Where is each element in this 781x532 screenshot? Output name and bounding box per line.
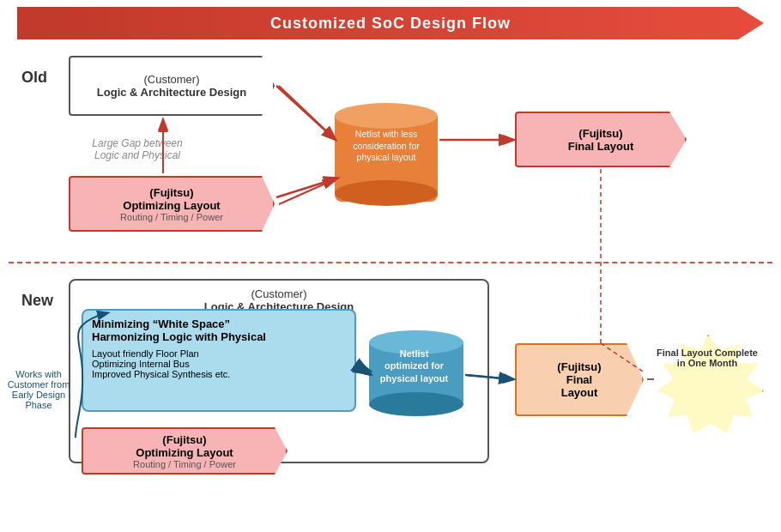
cylinder-new-t1: Netlist <box>369 348 459 360</box>
final-new-line3: Layout <box>561 386 598 399</box>
cylinder-new-text: Netlist optimized for physical layout <box>365 330 463 402</box>
customer-old-line1: (Customer) <box>143 73 199 86</box>
inner-blue-t1: Minimizing “White Space” <box>92 317 346 330</box>
works-line2: Customer from <box>4 379 73 390</box>
fujitsu-new-line2: Optimizing Layout <box>136 446 233 459</box>
gap-text: Large Gap between Logic and Physical <box>77 137 197 161</box>
inner-blue-bullets: Layout friendly Floor Plan Optimizing In… <box>92 348 346 379</box>
starburst-text: Final Layout Complete in One Month <box>651 339 764 377</box>
section-divider <box>9 262 772 263</box>
inner-blue-b3: Improved Physical Synthesis etc. <box>92 369 346 379</box>
customer-new-line1: (Customer) <box>70 287 487 300</box>
fujitsu-new-line1: (Fujitsu) <box>162 433 206 446</box>
gap-line2: Logic and Physical <box>77 149 197 161</box>
cylinder-old-t1: Netlist with less <box>337 129 435 141</box>
final-layout-old: (Fujitsu) Final Layout <box>515 112 687 167</box>
section-new-label: New <box>21 292 53 310</box>
svg-line-0 <box>279 86 333 137</box>
works-text: Works with Customer from Early Design Ph… <box>4 369 73 410</box>
works-line3: Early Design Phase <box>4 390 73 410</box>
customer-old-line2: Logic & Architecture Design <box>97 86 246 99</box>
inner-blue-box: Minimizing “White Space” Harmonizing Log… <box>82 309 356 412</box>
final-old-line2: Final Layout <box>568 140 634 153</box>
starburst-line1: Final Layout Complete <box>656 348 759 358</box>
cylinder-old-t2: consideration for <box>337 141 435 153</box>
fujitsu-old-line3: Routing / Timing / Power <box>120 212 223 222</box>
fujitsu-old-line1: (Fujitsu) <box>149 186 193 199</box>
section-old-label: Old <box>21 69 47 87</box>
final-layout-new: (Fujitsu) Final Layout <box>515 343 644 416</box>
works-line1: Works with <box>4 369 73 379</box>
fujitsu-box-old: (Fujitsu) Optimizing Layout Routing / Ti… <box>69 176 275 232</box>
cylinder-new-t3: physical layout <box>369 372 459 384</box>
cylinder-old-bottom <box>335 180 438 206</box>
fujitsu-box-new: (Fujitsu) Optimizing Layout Routing / Ti… <box>82 427 288 475</box>
cylinder-old-text: Netlist with less consideration for phys… <box>333 110 439 183</box>
cylinder-old-t3: physical layout <box>337 152 435 164</box>
inner-blue-b2: Optimizing Internal Bus <box>92 359 346 369</box>
main-container: Customized SoC Design Flow Old New (Cust… <box>0 0 781 532</box>
final-new-line1: (Fujitsu) <box>557 360 601 373</box>
fujitsu-new-line3: Routing / Timing / Power <box>133 459 236 469</box>
cylinder-new-t2: optimized for <box>369 360 459 372</box>
customer-box-old: (Customer) Logic & Architecture Design <box>69 56 275 116</box>
fujitsu-old-line2: Optimizing Layout <box>123 199 220 212</box>
top-banner: Customized SoC Design Flow <box>17 7 764 39</box>
starburst-line2: in One Month <box>656 358 759 368</box>
banner-title: Customized SoC Design Flow <box>270 15 511 33</box>
final-new-line2: Final <box>566 373 592 386</box>
inner-blue-t2: Harmonizing Logic with Physical <box>92 330 346 343</box>
svg-line-1 <box>279 180 333 204</box>
gap-line1: Large Gap between <box>77 137 197 149</box>
final-old-line1: (Fujitsu) <box>578 127 622 140</box>
inner-blue-b1: Layout friendly Floor Plan <box>92 348 346 359</box>
